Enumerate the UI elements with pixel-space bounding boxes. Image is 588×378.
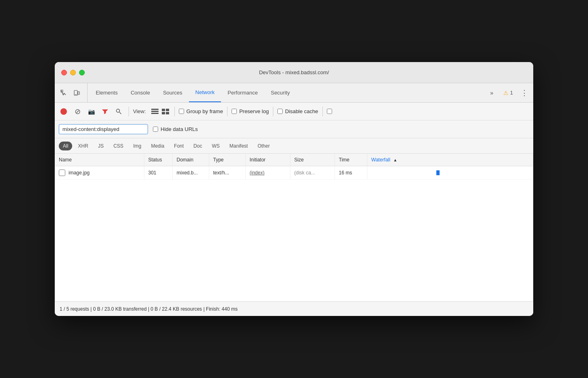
view-buttons: [150, 107, 170, 116]
tab-console[interactable]: Console: [124, 83, 157, 102]
cell-waterfall: [367, 166, 533, 180]
type-filter-font[interactable]: Font: [170, 142, 188, 150]
row-checkbox[interactable]: [59, 170, 65, 176]
tab-sources[interactable]: Sources: [157, 83, 189, 102]
cell-type: text/h...: [209, 166, 245, 180]
tab-bar-left: [58, 83, 88, 102]
traffic-lights: [61, 70, 85, 75]
toolbar-divider-4: [273, 107, 273, 116]
warning-icon: ⚠: [503, 90, 509, 96]
more-options-button[interactable]: ⋮: [519, 87, 530, 99]
toolbar-divider-5: [322, 107, 323, 116]
svg-line-5: [120, 112, 122, 114]
empty-row: [55, 180, 533, 301]
svg-rect-7: [151, 111, 159, 112]
clear-icon: ⊘: [75, 108, 81, 115]
filter-input[interactable]: [59, 124, 148, 134]
type-filter-doc[interactable]: Doc: [189, 142, 206, 150]
preserve-log-label[interactable]: Preserve log: [232, 108, 269, 114]
col-header-name[interactable]: Name: [55, 154, 144, 166]
cell-initiator: (index): [245, 166, 290, 180]
filter-bar: Hide data URLs: [55, 120, 533, 138]
minimize-button[interactable]: [70, 70, 76, 75]
toolbar-divider-2: [174, 107, 175, 116]
more-tabs-button[interactable]: »: [486, 87, 498, 99]
svg-rect-6: [151, 109, 159, 110]
col-header-domain[interactable]: Domain: [172, 154, 209, 166]
view-label: View:: [133, 108, 146, 114]
toolbar-divider-1: [129, 107, 129, 116]
svg-rect-10: [166, 109, 169, 111]
network-table: Name Status Domain Type Initiator: [55, 154, 533, 301]
tab-bar-right: » ⚠ 1 ⋮: [486, 83, 530, 102]
svg-point-4: [116, 109, 120, 112]
warning-badge[interactable]: ⚠ 1: [501, 88, 515, 98]
type-filter-css[interactable]: CSS: [109, 142, 128, 150]
type-filter-manifest[interactable]: Manifest: [225, 142, 252, 150]
type-filter-media[interactable]: Media: [147, 142, 168, 150]
table-row[interactable]: image.jpg 301 mixed.b... text/h... (inde…: [55, 166, 533, 180]
svg-rect-9: [162, 109, 165, 111]
svg-rect-2: [78, 92, 79, 94]
cell-time: 16 ms: [335, 166, 367, 180]
maximize-button[interactable]: [79, 70, 85, 75]
type-filter-bar: All XHR JS CSS Img Media Font Doc WS Man…: [55, 138, 533, 154]
type-filter-xhr[interactable]: XHR: [74, 142, 92, 150]
col-header-waterfall[interactable]: Waterfall ▲: [367, 154, 533, 166]
disable-cache-label[interactable]: Disable cache: [277, 108, 318, 114]
disable-cache-checkbox[interactable]: [277, 109, 283, 114]
waterfall-bar: [371, 170, 529, 175]
detail-view-button[interactable]: [161, 107, 170, 116]
network-toolbar: ⊘ 📷 View:: [55, 103, 533, 120]
status-text: 1 / 5 requests | 0 B / 23.0 KB transferr…: [60, 306, 238, 312]
table-header: Name Status Domain Type Initiator: [55, 154, 533, 166]
group-by-frame-checkbox[interactable]: [179, 109, 184, 114]
type-filter-other[interactable]: Other: [253, 142, 274, 150]
camera-icon: 📷: [88, 108, 95, 115]
toolbar-divider-3: [227, 107, 227, 116]
cell-size: (disk ca...: [290, 166, 335, 180]
col-header-type[interactable]: Type: [209, 154, 245, 166]
cell-name: image.jpg: [55, 166, 144, 180]
list-view-button[interactable]: [150, 107, 160, 116]
devtools-window: DevTools - mixed.badssl.com/ Elements: [55, 62, 533, 316]
tab-performance[interactable]: Performance: [221, 83, 264, 102]
waterfall-indicator: [436, 170, 440, 175]
col-header-status[interactable]: Status: [144, 154, 172, 166]
tab-items: Elements Console Sources Network Perform…: [89, 83, 486, 102]
type-filter-js[interactable]: JS: [94, 142, 108, 150]
tab-elements[interactable]: Elements: [89, 83, 124, 102]
search-button[interactable]: [113, 106, 124, 117]
device-icon[interactable]: [71, 87, 82, 99]
table-body: image.jpg 301 mixed.b... text/h... (inde…: [55, 166, 533, 301]
record-button[interactable]: [58, 106, 69, 117]
type-filter-all[interactable]: All: [59, 142, 72, 150]
type-filter-img[interactable]: Img: [129, 142, 145, 150]
tab-bar: Elements Console Sources Network Perform…: [55, 83, 533, 103]
clear-button[interactable]: ⊘: [72, 106, 83, 117]
col-header-initiator[interactable]: Initiator: [245, 154, 290, 166]
sort-icon: ▲: [393, 158, 397, 162]
tab-security[interactable]: Security: [264, 83, 296, 102]
svg-rect-11: [162, 112, 165, 114]
svg-rect-8: [151, 113, 159, 114]
filter-button[interactable]: [99, 106, 111, 117]
col-header-time[interactable]: Time: [335, 154, 367, 166]
screenshot-button[interactable]: 📷: [86, 106, 97, 117]
group-by-frame-label[interactable]: Group by frame: [179, 108, 223, 114]
tab-network[interactable]: Network: [189, 83, 221, 102]
col-header-size[interactable]: Size: [290, 154, 335, 166]
type-filter-ws[interactable]: WS: [208, 142, 223, 150]
svg-rect-12: [166, 112, 169, 114]
status-bar: 1 / 5 requests | 0 B / 23.0 KB transferr…: [55, 301, 533, 316]
cell-domain: mixed.b...: [172, 166, 209, 180]
title-bar: DevTools - mixed.badssl.com/: [55, 62, 533, 83]
hide-data-urls-group[interactable]: Hide data URLs: [153, 126, 198, 132]
preserve-log-checkbox[interactable]: [232, 109, 237, 114]
close-button[interactable]: [61, 70, 67, 75]
hide-data-urls-checkbox[interactable]: [153, 127, 158, 132]
overflow-checkbox[interactable]: [327, 109, 332, 114]
cell-status: 301: [144, 166, 172, 180]
inspect-icon[interactable]: [58, 87, 69, 99]
overflow-checkbox-group[interactable]: [327, 109, 332, 114]
